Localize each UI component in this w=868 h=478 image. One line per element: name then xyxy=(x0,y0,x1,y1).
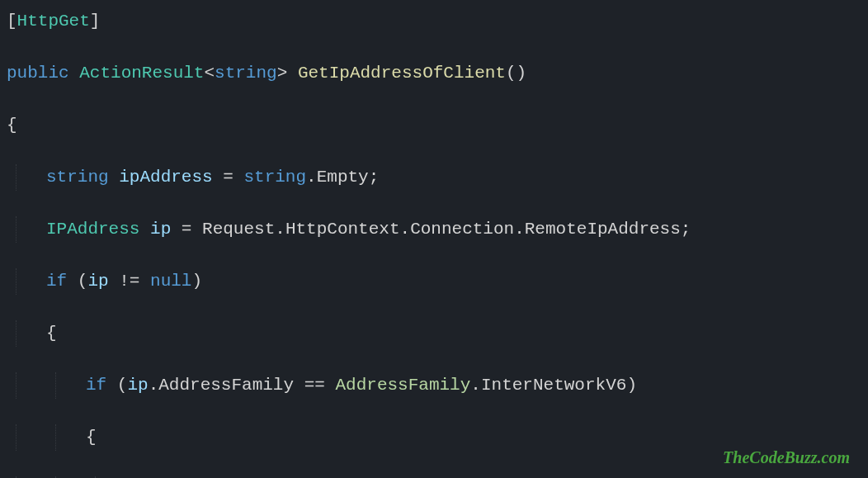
code-token: IPAddress xyxy=(46,220,150,239)
code-token: if xyxy=(86,376,117,395)
code-token: . xyxy=(149,376,159,395)
indent-guide xyxy=(16,268,17,295)
code-token: string xyxy=(46,168,119,187)
code-line-text: { xyxy=(7,320,57,347)
indent-guide xyxy=(16,320,17,347)
code-token: RemoteIpAddress xyxy=(525,220,681,239)
code-token: AddressFamily xyxy=(336,376,471,395)
code-token: . xyxy=(306,168,317,187)
code-line: if (ip.AddressFamily == AddressFamily.In… xyxy=(7,372,861,399)
indent-guide xyxy=(55,372,56,399)
code-line-text: { xyxy=(7,424,97,451)
code-token: . xyxy=(275,220,285,239)
code-token: . xyxy=(514,220,525,239)
indent-guide xyxy=(16,372,17,399)
code-token: HttpGet xyxy=(17,12,90,31)
code-line: public ActionResult<string> GetIpAddress… xyxy=(7,60,861,87)
code-token: ip xyxy=(150,220,171,239)
code-line: { xyxy=(7,112,861,139)
code-token: > xyxy=(277,64,298,83)
code-token: InterNetworkV6 xyxy=(481,376,626,395)
code-token: ActionResult xyxy=(79,64,204,83)
code-token: AddressFamily xyxy=(158,376,294,395)
code-line: if (ip != null) xyxy=(7,268,861,295)
code-token: HttpContext xyxy=(285,220,400,239)
indent-guide xyxy=(55,424,56,451)
code-line-text: string ipAddress = string.Empty; xyxy=(7,164,379,191)
code-token: Empty xyxy=(317,168,369,187)
code-token: { xyxy=(46,324,57,343)
code-token: null xyxy=(150,272,191,291)
code-line: { xyxy=(7,320,861,347)
code-token: public xyxy=(7,64,79,83)
code-token: if xyxy=(46,272,78,291)
code-token: = xyxy=(213,168,244,187)
code-token: { xyxy=(7,116,17,135)
code-line-text: if (ip.AddressFamily == AddressFamily.In… xyxy=(7,372,637,399)
code-token: ; xyxy=(681,220,691,239)
watermark: TheCodeBuzz.com xyxy=(723,445,850,470)
code-line-text: { xyxy=(7,112,17,139)
code-token: ip xyxy=(87,272,108,291)
code-line-text: public ActionResult<string> GetIpAddress… xyxy=(7,60,526,87)
code-token: ) xyxy=(626,376,637,395)
code-token: string xyxy=(215,64,277,83)
code-token: ] xyxy=(90,12,101,31)
indent-guide xyxy=(16,164,17,191)
code-token: ipAddress xyxy=(119,168,212,187)
code-line-text: [HttpGet] xyxy=(7,8,100,35)
code-token: () xyxy=(506,64,526,83)
code-token: { xyxy=(86,428,97,447)
code-token: ip xyxy=(127,376,148,395)
code-line: string ipAddress = string.Empty; xyxy=(7,164,861,191)
code-line-text: IPAddress ip = Request.HttpContext.Conne… xyxy=(7,216,691,243)
code-token: string xyxy=(243,168,306,187)
code-line-text: if (ip != null) xyxy=(7,268,202,295)
code-line: [HttpGet] xyxy=(7,8,861,35)
indent-guide xyxy=(16,216,17,243)
code-token: ( xyxy=(78,272,88,291)
code-line: IPAddress ip = Request.HttpContext.Conne… xyxy=(7,216,861,243)
code-token: Connection xyxy=(410,220,514,239)
code-token: Request xyxy=(202,220,275,239)
code-token: GetIpAddressOfClient xyxy=(298,64,506,83)
indent-guide xyxy=(16,424,17,451)
code-token: != xyxy=(109,272,150,291)
code-token: [ xyxy=(7,12,17,31)
code-token: . xyxy=(470,376,481,395)
code-token: ( xyxy=(117,376,128,395)
code-token: ; xyxy=(369,168,380,187)
code-token: < xyxy=(204,64,215,83)
code-token: = xyxy=(171,220,202,239)
code-token: == xyxy=(294,376,335,395)
code-snippet: [HttpGet] public ActionResult<string> Ge… xyxy=(0,0,868,478)
code-token: ) xyxy=(191,272,202,291)
code-token: . xyxy=(400,220,411,239)
